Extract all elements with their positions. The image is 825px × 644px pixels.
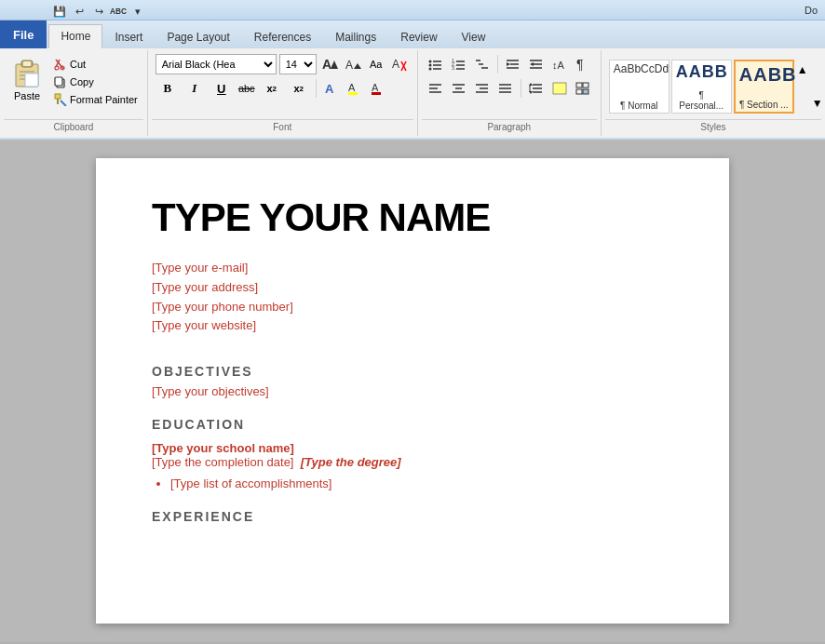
- numbering-button[interactable]: 1. 2. 3.: [449, 54, 469, 74]
- svg-rect-14: [55, 94, 61, 99]
- style-normal-label: ¶ Normal: [620, 101, 657, 111]
- svg-rect-7: [25, 74, 38, 87]
- completion-date-field[interactable]: [Type the completion date] [Type the deg…: [152, 455, 673, 469]
- justify-button[interactable]: [495, 78, 516, 99]
- school-name-field[interactable]: [Type your school name]: [152, 441, 673, 455]
- tab-mailings[interactable]: Mailings: [323, 24, 388, 48]
- style-no-spacing-button[interactable]: AABB ¶ Personal...: [671, 60, 732, 114]
- bullets-button[interactable]: [426, 54, 446, 74]
- svg-point-33: [428, 68, 431, 71]
- svg-point-10: [55, 66, 59, 70]
- degree-field[interactable]: [Type the degree]: [301, 455, 401, 469]
- line-spacing-button[interactable]: [526, 78, 547, 99]
- svg-text:3.: 3.: [452, 65, 455, 71]
- svg-marker-50: [530, 62, 534, 66]
- svg-marker-20: [354, 63, 361, 69]
- svg-point-29: [428, 60, 431, 63]
- tab-home[interactable]: Home: [48, 24, 102, 48]
- redo-qa-button[interactable]: ↪: [90, 3, 107, 20]
- svg-text:A: A: [372, 82, 379, 93]
- quick-access-toolbar: 💾 ↩ ↪ ABC ▾: [51, 2, 146, 20]
- clear-formatting-button[interactable]: A: [389, 54, 410, 74]
- superscript-button[interactable]: x2: [287, 78, 311, 99]
- align-right-button[interactable]: [472, 78, 493, 99]
- dropdown-qa-button[interactable]: ▾: [129, 3, 146, 20]
- underline-button[interactable]: U: [210, 78, 234, 99]
- svg-marker-70: [529, 83, 533, 86]
- tab-view[interactable]: View: [450, 24, 498, 48]
- undo-qa-button[interactable]: ↩: [71, 3, 88, 20]
- italic-button[interactable]: I: [183, 78, 207, 99]
- svg-text:A: A: [345, 59, 353, 72]
- tab-insert[interactable]: Insert: [102, 24, 155, 48]
- align-left-button[interactable]: [426, 78, 446, 99]
- cut-label: Cut: [70, 59, 86, 70]
- document-name[interactable]: TYPE YOUR NAME: [152, 195, 673, 240]
- decrease-indent-button[interactable]: [503, 54, 523, 74]
- format-painter-button[interactable]: Format Painter: [50, 91, 142, 108]
- text-effects-button[interactable]: A: [321, 78, 342, 99]
- align-center-button[interactable]: [449, 78, 469, 99]
- tab-references[interactable]: References: [242, 24, 323, 48]
- show-formatting-button[interactable]: ¶: [573, 54, 593, 74]
- copy-button[interactable]: Copy: [50, 74, 142, 90]
- file-tab[interactable]: File: [0, 20, 47, 48]
- strikethrough-button[interactable]: abc: [237, 78, 257, 99]
- email-field[interactable]: [Type your e-mail]: [152, 259, 673, 278]
- spellcheck-qa-button[interactable]: ABC: [110, 3, 127, 20]
- clipboard-group: Paste Cut: [0, 50, 148, 136]
- font-size-select[interactable]: 14: [279, 54, 317, 74]
- bold-button[interactable]: B: [156, 78, 180, 99]
- style-no-spacing-label: ¶ Personal...: [676, 90, 727, 111]
- styles-group-label: Styles: [605, 119, 821, 134]
- font-family-select[interactable]: Arial Black (Hea: [156, 54, 277, 74]
- style-normal-preview: AaBbCcDd: [614, 62, 665, 75]
- objectives-heading: OBJECTIVES: [152, 364, 673, 379]
- document-page: TYPE YOUR NAME [Type your e-mail] [Type …: [96, 158, 729, 624]
- multilevel-list-button[interactable]: [472, 54, 493, 74]
- paste-button[interactable]: Paste: [6, 54, 48, 104]
- borders-button[interactable]: [573, 78, 593, 99]
- tab-page-layout[interactable]: Page Layout: [155, 24, 241, 48]
- objectives-field[interactable]: [Type your objectives]: [152, 384, 673, 398]
- grow-font-button[interactable]: A: [319, 54, 340, 74]
- svg-text:¶: ¶: [576, 57, 584, 72]
- svg-rect-73: [576, 83, 582, 87]
- address-field[interactable]: [Type your address]: [152, 278, 673, 298]
- cut-button[interactable]: Cut: [50, 56, 142, 73]
- doc-title: Do: [805, 5, 818, 16]
- phone-field[interactable]: [Type your phone number]: [152, 298, 673, 317]
- website-field[interactable]: [Type your website]: [152, 316, 673, 336]
- document-area: TYPE YOUR NAME [Type your e-mail] [Type …: [0, 140, 825, 642]
- shading-button[interactable]: [549, 78, 570, 99]
- svg-rect-76: [583, 89, 588, 94]
- svg-text:ABC: ABC: [110, 7, 127, 16]
- shrink-font-button[interactable]: A: [343, 54, 363, 74]
- paragraph-group-label: Paragraph: [422, 119, 597, 134]
- increase-indent-button[interactable]: [526, 54, 547, 74]
- style-heading1-label: ¶ Section ...: [739, 100, 789, 110]
- highlight-color-button[interactable]: A: [345, 78, 365, 99]
- font-group-label: Font: [152, 119, 413, 134]
- accomplishment-item[interactable]: [Type list of accomplishments]: [170, 476, 673, 490]
- clipboard-group-label: Clipboard: [4, 119, 143, 134]
- styles-scroll-down-button[interactable]: ▼: [811, 93, 821, 114]
- save-qa-button[interactable]: 💾: [51, 3, 68, 20]
- svg-rect-72: [553, 83, 566, 94]
- styles-group: AaBbCcDd ¶ Normal AABB ¶ Personal... AAB…: [602, 50, 825, 136]
- style-heading1-button[interactable]: AABB ¶ Section ...: [734, 60, 794, 114]
- sort-button[interactable]: ↕A: [549, 54, 570, 74]
- subscript-button[interactable]: x2: [260, 78, 284, 99]
- experience-heading: EXPERIENCE: [152, 509, 673, 524]
- styles-scroll-up-button[interactable]: ▲: [796, 60, 809, 80]
- tab-review[interactable]: Review: [388, 24, 449, 48]
- svg-text:A: A: [392, 58, 399, 71]
- svg-point-31: [428, 64, 431, 67]
- document-contact: [Type your e-mail] [Type your address] […: [152, 259, 673, 336]
- font-color-button[interactable]: A: [368, 78, 388, 99]
- change-case-button[interactable]: Aa: [366, 54, 386, 74]
- style-normal-button[interactable]: AaBbCcDd ¶ Normal: [609, 60, 669, 114]
- education-heading: EDUCATION: [152, 417, 673, 432]
- svg-marker-18: [331, 60, 338, 69]
- svg-text:A: A: [348, 82, 356, 93]
